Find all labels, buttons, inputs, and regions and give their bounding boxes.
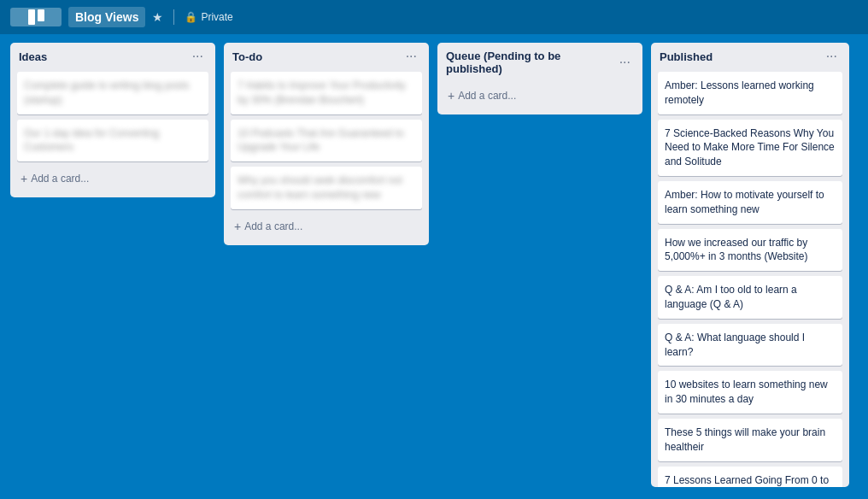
column-title-ideas: Ideas: [19, 50, 47, 63]
logo-square-2: [38, 9, 44, 21]
column-menu-button-published[interactable]: ···: [823, 50, 841, 63]
column-menu-button-queue[interactable]: ···: [616, 56, 634, 69]
card-todo-2[interactable]: Why you should seek discomfort not comfo…: [231, 167, 422, 209]
card-ideas-0[interactable]: Complete guide to writing blog posts (st…: [17, 72, 208, 114]
card-published-4[interactable]: Q & A: Am I too old to learn a language …: [658, 276, 842, 319]
card-published-1[interactable]: 7 Science-Backed Reasons Why You Need to…: [658, 120, 842, 176]
add-card-label-queue: Add a card...: [458, 90, 516, 102]
card-published-0[interactable]: Amber: Lessons learned working remotely: [658, 72, 842, 114]
column-queue: Queue (Pending to be published)···+Add a…: [437, 43, 642, 114]
column-header-published: Published···: [658, 50, 842, 67]
column-published: Published···Amber: Lessons learned worki…: [651, 43, 849, 487]
divider: [173, 9, 174, 25]
card-published-6[interactable]: 10 websites to learn something new in 30…: [658, 371, 842, 414]
private-badge: 🔒 Private: [185, 11, 232, 23]
trello-logo[interactable]: [10, 8, 62, 26]
column-menu-button-ideas[interactable]: ···: [189, 50, 207, 63]
plus-icon-ideas: +: [21, 172, 27, 185]
column-header-queue: Queue (Pending to be published)···: [444, 50, 636, 79]
card-published-2[interactable]: Amber: How to motivate yourself to learn…: [658, 181, 842, 224]
add-card-button-ideas[interactable]: +Add a card...: [17, 167, 208, 191]
card-ideas-1[interactable]: Our 1-day idea for Converting Customers: [17, 120, 208, 162]
card-published-3[interactable]: How we increased our traffic by 5,000%+ …: [658, 229, 842, 272]
board-name[interactable]: Blog Views: [68, 7, 145, 27]
card-todo-0[interactable]: 7 Habits to Improve Your Productivity by…: [231, 72, 422, 114]
column-title-queue: Queue (Pending to be published): [446, 50, 616, 75]
column-header-todo: To-do···: [231, 50, 422, 67]
board: Ideas···Complete guide to writing blog p…: [0, 34, 868, 499]
add-card-label-todo: Add a card...: [244, 220, 302, 232]
star-icon[interactable]: ★: [152, 10, 163, 24]
column-todo: To-do···7 Habits to Improve Your Product…: [224, 43, 429, 245]
column-ideas: Ideas···Complete guide to writing blog p…: [10, 43, 215, 197]
column-header-ideas: Ideas···: [17, 50, 208, 67]
add-card-button-todo[interactable]: +Add a card...: [231, 214, 422, 238]
card-todo-1[interactable]: 10 Podcasts That Are Guaranteed to Upgra…: [231, 120, 422, 162]
logo-square-1: [28, 9, 35, 25]
add-card-label-ideas: Add a card...: [31, 173, 89, 185]
lock-icon: 🔒: [185, 11, 197, 23]
private-label: Private: [201, 11, 232, 23]
card-published-5[interactable]: Q & A: What language should I learn?: [658, 324, 842, 367]
column-title-published: Published: [660, 50, 713, 63]
card-published-7[interactable]: These 5 things will make your brain heal…: [658, 419, 842, 461]
topbar: Blog Views ★ 🔒 Private: [0, 0, 868, 34]
column-title-todo: To-do: [232, 50, 262, 63]
column-menu-button-todo[interactable]: ···: [402, 50, 420, 63]
plus-icon-queue: +: [448, 89, 455, 103]
add-card-button-queue[interactable]: +Add a card...: [444, 84, 636, 108]
card-published-8[interactable]: 7 Lessons Learned Going From 0 to $15,00…: [658, 467, 842, 487]
plus-icon-todo: +: [234, 220, 241, 233]
